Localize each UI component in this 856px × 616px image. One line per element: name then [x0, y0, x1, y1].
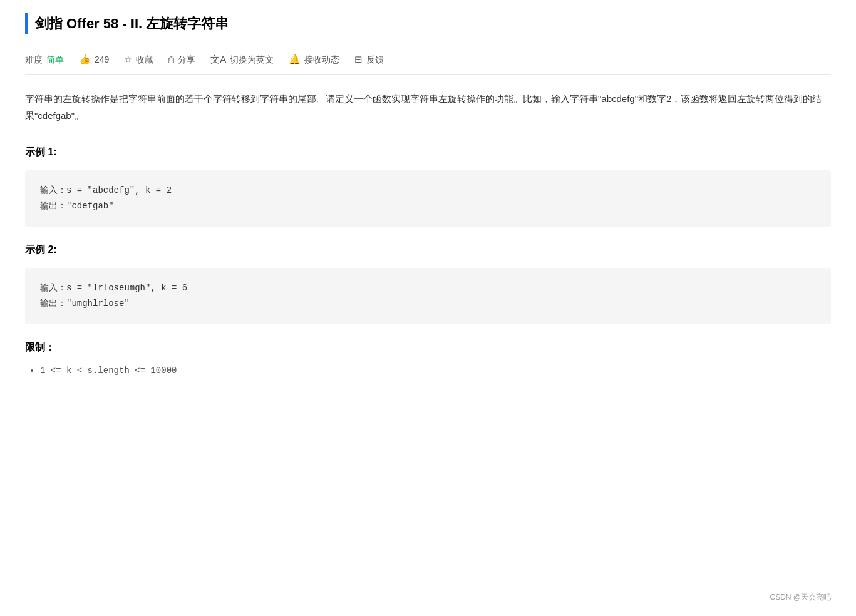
- example-1-output: 输出："cdefgab": [40, 198, 816, 214]
- example-2-title: 示例 2:: [25, 242, 831, 258]
- example-1: 示例 1: 输入：s = "abcdefg", k = 2 输出："cdefga…: [25, 144, 831, 227]
- feedback-label: 反馈: [366, 53, 384, 66]
- share-label: 分享: [178, 53, 195, 66]
- favorite-label: 收藏: [136, 53, 153, 66]
- like-button[interactable]: 👍 249: [79, 52, 109, 67]
- constraint-item-1: 1 <= k < s.length <= 10000: [40, 363, 831, 379]
- example-2-code: 输入：s = "lrloseumgh", k = 6 输出："umghlrlos…: [25, 268, 831, 324]
- like-count: 249: [95, 53, 109, 66]
- favorite-button[interactable]: ☆ 收藏: [124, 52, 153, 67]
- example-1-input: 输入：s = "abcdefg", k = 2: [40, 183, 816, 198]
- feedback-icon: ⊟: [354, 52, 363, 67]
- constraints-section: 限制： 1 <= k < s.length <= 10000: [25, 339, 831, 379]
- page-container: 剑指 Offer 58 - II. 左旋转字符串 难度 简单 👍 249 ☆ 收…: [0, 0, 856, 404]
- star-icon: ☆: [124, 52, 132, 67]
- difficulty-item: 难度 简单: [25, 53, 64, 66]
- page-title: 剑指 Offer 58 - II. 左旋转字符串: [35, 13, 831, 34]
- title-bar: 剑指 Offer 58 - II. 左旋转字符串: [25, 13, 831, 34]
- translate-button[interactable]: 文A 切换为英文: [210, 52, 274, 67]
- meta-bar: 难度 简单 👍 249 ☆ 收藏 ⎙ 分享 文A 切换为英文 🔔 接收动态 ⊟ …: [25, 44, 831, 75]
- notification-label: 接收动态: [304, 53, 339, 66]
- example-2-input: 输入：s = "lrloseumgh", k = 6: [40, 280, 816, 296]
- example-2-output: 输出："umghlrlose": [40, 296, 816, 312]
- constraint-list: 1 <= k < s.length <= 10000: [25, 363, 831, 379]
- difficulty-value: 简单: [46, 53, 64, 66]
- like-icon: 👍: [79, 52, 91, 67]
- share-button[interactable]: ⎙ 分享: [168, 52, 195, 67]
- problem-description: 字符串的左旋转操作是把字符串前面的若干个字符转移到字符串的尾部。请定义一个函数实…: [25, 90, 831, 124]
- example-1-code: 输入：s = "abcdefg", k = 2 输出："cdefgab": [25, 170, 831, 227]
- notification-button[interactable]: 🔔 接收动态: [289, 52, 339, 67]
- translate-icon: 文A: [210, 52, 226, 67]
- feedback-button[interactable]: ⊟ 反馈: [354, 52, 384, 67]
- example-2: 示例 2: 输入：s = "lrloseumgh", k = 6 输出："umg…: [25, 242, 831, 324]
- notification-icon: 🔔: [289, 52, 301, 67]
- translate-label: 切换为英文: [230, 53, 274, 66]
- difficulty-label: 难度: [25, 53, 43, 66]
- share-icon: ⎙: [168, 52, 174, 67]
- example-1-title: 示例 1:: [25, 144, 831, 160]
- constraints-title: 限制：: [25, 339, 831, 356]
